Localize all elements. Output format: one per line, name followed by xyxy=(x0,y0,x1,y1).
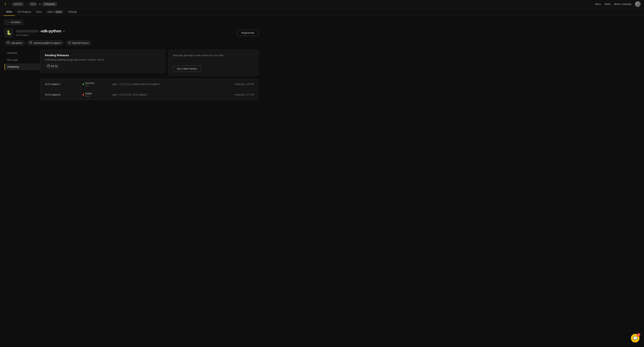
svg-point-1 xyxy=(69,42,70,43)
pending-releases-card: Pending Releases Publishing awaiting mer… xyxy=(40,50,165,73)
pr-github-icon xyxy=(47,65,50,68)
avatar-image xyxy=(635,1,640,7)
publishing-area: Pending Releases Publishing awaiting mer… xyxy=(40,50,258,100)
pending-releases-desc: Publishing awaiting merge approval for v… xyxy=(45,58,160,61)
tag-chip-0[interactable]: -sdk-python xyxy=(4,41,25,46)
tag-label-2: OpenAPI Source xyxy=(72,42,89,44)
slack-link[interactable]: Slack xyxy=(604,3,610,6)
release-date-0: Yesterday, 3:22 PM xyxy=(216,83,254,86)
pkg-blur-1 xyxy=(119,94,132,96)
back-arrow-icon: ← xyxy=(7,21,10,24)
pending-releases-title: Pending Releases xyxy=(45,54,160,57)
table-row: v0.5.0-alpha.6 Failed 2ms pypi : v0.5.0-… xyxy=(40,90,258,100)
status-dot-failed-1 xyxy=(82,94,84,96)
pkg-blur-0 xyxy=(119,83,132,85)
chat-fab-button[interactable]: 💬 1 xyxy=(631,334,640,342)
release-pkg-0: pypi : backend-api v0.5.0-alpha.7 xyxy=(112,83,216,86)
sidebar-item-publishing[interactable]: Publishing xyxy=(4,64,40,70)
release-pkg-1: pypi : v0.5.0-alpha.6 xyxy=(112,93,216,96)
generate-version-card: Manually generate a new version for your… xyxy=(168,50,258,76)
avatar[interactable] xyxy=(635,1,640,7)
sdk-icon: 🐍 xyxy=(4,28,13,37)
back-to-sdks-button[interactable]: ← All SDKs xyxy=(4,20,23,25)
verified-icon: ✓ xyxy=(63,29,66,33)
enterprise-badge: Enterprise xyxy=(42,2,57,6)
sdk-version: v0.5.0-alpha.7 xyxy=(16,34,66,37)
release-version-0: v0.5.0-alpha.7 xyxy=(45,83,82,86)
regenerate-button[interactable]: Regenerate xyxy=(237,30,258,36)
set-new-version-button[interactable]: Set a New Version xyxy=(173,66,201,72)
status-label-col-1: Failed 2ms xyxy=(85,92,92,97)
nav-alpha[interactable]: Alpha Alpha xyxy=(44,8,66,16)
pkg-suffix-1: v0.5.0-alpha.6 xyxy=(133,93,147,96)
tag-chip-1[interactable]: -backend-api@0.5.0-alpha.7 xyxy=(27,41,64,46)
nav-sdks[interactable]: SDKs xyxy=(4,8,15,16)
nav-separator-1: / xyxy=(9,3,10,6)
pkg-suffix-0: backend-api v0.5.0-alpha.7 xyxy=(133,83,160,86)
secondary-nav: SDKs API Registry Docs Alpha Alpha Setti… xyxy=(0,8,644,16)
generate-card-description: Manually generate a new version for your… xyxy=(173,54,254,57)
sidebar-item-run-logs[interactable]: Run Logs xyxy=(4,57,40,63)
nav-separator-2: / xyxy=(26,3,27,6)
two-col-row: Pending Releases Publishing awaiting mer… xyxy=(40,50,258,76)
sdk-name-blur xyxy=(16,30,38,33)
github-icon-1 xyxy=(29,41,32,45)
status-time-0: 2ms xyxy=(85,84,94,87)
pkg-prefix-1: pypi : xyxy=(112,93,118,96)
chat-icon: 💬 xyxy=(633,336,638,340)
status-label-1: Failed xyxy=(85,92,92,95)
nav-settings[interactable]: Settings xyxy=(66,8,80,16)
sdk-name-row: -sdk-python ✓ xyxy=(16,29,66,33)
status-time-1: 2ms xyxy=(85,95,92,97)
main-content: ← All SDKs 🐍 -sdk-python ✓ v0.5.0-alpha.… xyxy=(0,16,263,104)
top-nav: / / / ▾ Enterprise Docs Slack Book a mee… xyxy=(0,0,644,8)
status-badge-1: Failed 2ms xyxy=(82,92,112,97)
release-version-1: v0.5.0-alpha.6 xyxy=(45,93,82,96)
sidebar-item-overview[interactable]: Overview xyxy=(4,50,40,56)
releases-table: v0.5.0-alpha.7 Success 2ms pypi : backen… xyxy=(40,79,258,100)
docs-link[interactable]: Docs xyxy=(595,3,601,6)
breadcrumb-1[interactable] xyxy=(12,3,24,6)
openapi-icon xyxy=(68,41,71,45)
chat-badge: 1 xyxy=(637,333,640,336)
sdk-header: 🐍 -sdk-python ✓ v0.5.0-alpha.7 Regenerat… xyxy=(4,28,258,37)
book-meeting-link[interactable]: Book a meeting xyxy=(614,3,631,6)
release-date-1: Yesterday, 1:27 PM xyxy=(216,93,254,96)
status-badge-0: Success 2ms xyxy=(82,82,112,87)
status-dot-success-0 xyxy=(82,84,84,85)
sdk-header-left: 🐍 -sdk-python ✓ v0.5.0-alpha.7 xyxy=(4,28,66,37)
top-nav-right: Docs Slack Book a meeting xyxy=(595,1,640,7)
tag-label-1: -backend-api@0.5.0-alpha.7 xyxy=(33,42,62,44)
logo-icon: / xyxy=(4,2,7,6)
github-icon-0 xyxy=(7,41,10,45)
table-row: v0.5.0-alpha.7 Success 2ms pypi : backen… xyxy=(40,79,258,90)
tag-label-0: -sdk-python xyxy=(11,42,22,44)
pkg-prefix-0: pypi : xyxy=(112,83,118,86)
pr-label: PR 36 xyxy=(51,65,57,68)
sdk-name-suffix: -sdk-python xyxy=(40,29,61,33)
tags-row: -sdk-python -backend-api@0.5.0-alpha.7 O… xyxy=(4,41,258,46)
alpha-badge: Alpha xyxy=(54,10,63,13)
sdk-title-block: -sdk-python ✓ v0.5.0-alpha.7 xyxy=(16,29,66,37)
status-label-col-0: Success 2ms xyxy=(85,82,94,87)
pr-chip[interactable]: PR 36 xyxy=(45,64,60,69)
status-label-0: Success xyxy=(85,82,94,84)
top-nav-left: / / / ▾ Enterprise xyxy=(4,2,57,6)
nav-api-registry[interactable]: API Registry xyxy=(15,8,34,16)
breadcrumb-dropdown-button[interactable]: ▾ xyxy=(38,2,41,6)
breadcrumb-2[interactable] xyxy=(29,3,38,6)
layout: Overview Run Logs Publishing Pending Rel… xyxy=(4,50,258,100)
tag-chip-2[interactable]: OpenAPI Source xyxy=(66,41,91,46)
sidebar: Overview Run Logs Publishing xyxy=(4,50,40,100)
nav-docs[interactable]: Docs xyxy=(34,8,44,16)
